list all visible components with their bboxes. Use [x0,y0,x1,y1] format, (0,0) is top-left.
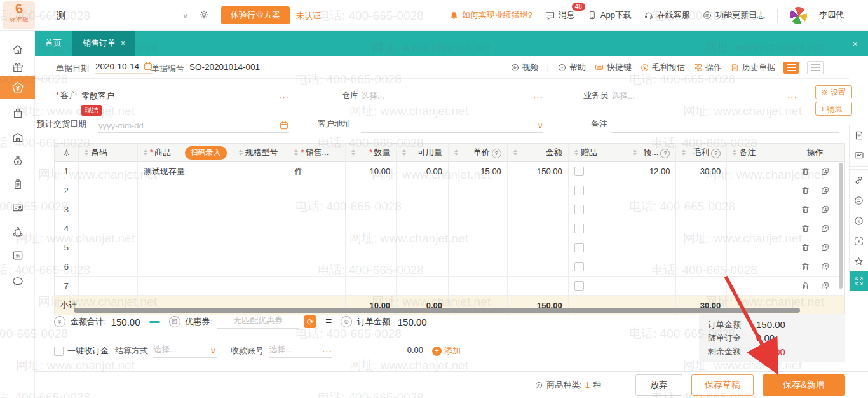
table-cell[interactable] [288,181,346,200]
sidebar-item-funds[interactable] [0,150,35,172]
table-cell[interactable] [727,277,785,295]
discard-button[interactable]: 放弃 [635,374,682,396]
table-cell[interactable] [676,277,727,295]
table-cell[interactable] [397,238,449,257]
table-cell[interactable] [569,181,627,200]
profit-estimate-tool[interactable]: 毛利预估 [640,62,685,73]
insert-row-icon[interactable] [820,281,830,291]
doc-date-input[interactable]: 2020-10-14 [95,61,153,74]
changelog-button[interactable]: 功能更新日志 [702,10,765,21]
table-cell[interactable]: 10.00 [346,162,397,181]
delete-row-icon[interactable] [801,262,810,271]
coupon-input[interactable]: 无匹配优惠券 [217,315,299,329]
customer-input[interactable]: 零散客户 ··· [81,88,289,104]
table-cell[interactable] [785,162,844,181]
horizontal-scrollbar[interactable] [74,308,800,313]
table-cell[interactable] [346,200,397,219]
settle-method-select[interactable]: 选择... ∨ [153,344,217,358]
table-cell[interactable] [288,200,346,219]
sort-icon[interactable] [682,149,686,156]
table-cell[interactable] [727,200,785,219]
gift-checkbox[interactable] [574,224,584,233]
table-cell[interactable] [569,219,627,238]
rail-expand-icon[interactable] [850,271,868,291]
table-cell[interactable]: 测试现存量 [138,162,233,181]
insert-row-icon[interactable] [820,262,830,271]
vertical-scrollbar[interactable] [839,163,843,289]
rail-chart-icon[interactable] [850,146,868,166]
app-download-button[interactable]: App下载 [587,10,632,21]
cert-status[interactable]: 未认证 [296,10,321,22]
table-cell[interactable] [508,219,569,238]
table-cell[interactable] [449,200,508,219]
table-cell[interactable] [676,181,727,200]
delete-row-icon[interactable] [801,167,810,176]
table-cell[interactable] [508,277,569,295]
add-payment-button[interactable]: + 添加 [432,345,461,357]
rail-yen-icon[interactable]: ¥ [850,231,868,251]
table-cell[interactable] [449,181,508,200]
chevron-down-icon[interactable]: ∨ [537,121,543,130]
sort-icon[interactable] [633,149,637,156]
calendar-icon[interactable] [279,120,289,130]
deposit-amount-input[interactable]: 0.00 [344,345,423,357]
promo-link[interactable]: 如何实现业绩猛增? [449,10,532,21]
table-cell[interactable] [288,238,346,257]
table-cell[interactable] [627,181,677,200]
sidebar-item-network[interactable] [0,221,35,243]
insert-row-icon[interactable] [820,167,830,176]
table-cell[interactable] [569,257,627,276]
table-cell[interactable] [138,219,233,238]
rail-notes-icon[interactable] [850,125,868,146]
tab-home[interactable]: 首页 [35,31,72,56]
rail-settle-icon[interactable] [850,190,868,210]
table-cell[interactable] [569,200,627,219]
table-cell[interactable]: 150.00 [508,162,569,181]
scan-input-button[interactable]: 扫码录入 [185,146,227,160]
chevron-down-icon[interactable]: ∨ [182,11,188,20]
delete-row-icon[interactable] [801,281,810,291]
table-cell[interactable] [785,181,844,200]
table-cell[interactable] [233,238,289,257]
table-cell[interactable] [785,238,844,257]
sidebar-item-feedback[interactable] [0,271,35,292]
table-cell[interactable] [346,238,397,257]
table-cell[interactable] [785,277,844,295]
table-cell[interactable] [508,181,569,200]
delete-row-icon[interactable] [801,243,810,252]
customer-more-icon[interactable]: ··· [279,92,289,102]
table-cell[interactable]: 0.00 [397,162,449,181]
sidebar-item-contacts[interactable] [0,197,35,219]
sidebar-item-sales[interactable] [0,76,35,99]
table-cell[interactable] [397,200,449,219]
rail-favorite-icon[interactable] [850,251,868,271]
delete-row-icon[interactable] [801,224,810,233]
gift-checkbox[interactable] [574,167,584,176]
table-cell[interactable] [627,277,677,295]
table-cell[interactable] [233,219,289,238]
table-cell[interactable] [288,277,346,295]
receive-account-select[interactable]: 选择... ··· [269,344,332,358]
sort-icon[interactable] [144,149,147,156]
tab-close-icon[interactable]: × [121,39,125,48]
sidebar-item-new[interactable]: 新 [0,245,35,266]
table-cell[interactable] [569,277,627,295]
help-icon[interactable]: ? [492,149,501,158]
one-key-deposit-checkbox[interactable] [54,347,64,356]
close-all-tabs-icon[interactable]: × [847,31,863,56]
help-icon[interactable]: ? [711,149,721,158]
table-cell[interactable] [79,277,138,295]
warehouse-more-icon[interactable]: ··· [533,92,543,102]
table-cell[interactable] [727,181,785,200]
logistics-button[interactable]: + 物流 [815,102,852,116]
table-cell[interactable] [288,257,346,276]
table-cell[interactable] [727,257,785,276]
table-cell[interactable] [79,238,138,257]
chevron-down-icon[interactable]: ∨ [210,346,217,355]
table-cell[interactable] [346,277,397,295]
table-cell[interactable] [138,238,233,257]
table-cell[interactable] [785,219,844,238]
table-cell[interactable] [346,257,397,276]
sort-icon[interactable] [733,149,736,156]
sort-icon[interactable] [85,149,88,156]
